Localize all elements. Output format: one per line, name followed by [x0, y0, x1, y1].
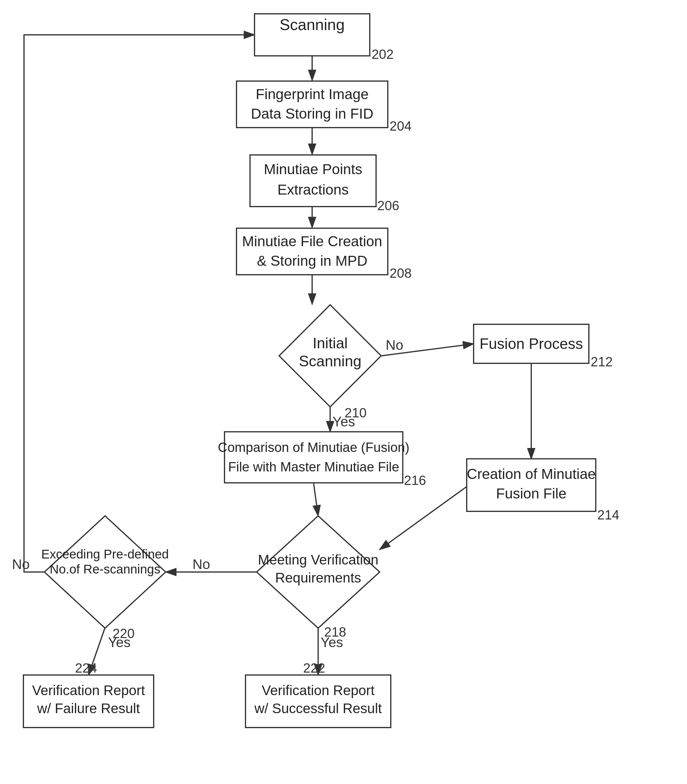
node-216-num: 216	[404, 473, 426, 488]
node-214-num: 214	[597, 507, 619, 522]
node-210-label-1: Initial	[313, 335, 348, 352]
node-214-label-1: Creation of Minutiae	[467, 466, 596, 482]
node-208-label-1: Minutiae File Creation	[242, 233, 382, 249]
node-222-label-2: w/ Successful Result	[254, 700, 382, 716]
flowchart: Scanning 202 Fingerprint Image Data Stor…	[0, 0, 687, 784]
node-206-label-1: Minutiae Points	[264, 161, 362, 177]
node-206-num: 206	[377, 198, 399, 213]
svg-rect-21	[225, 432, 403, 483]
label-no-initial: No	[386, 337, 403, 353]
node-210-label-2: Scanning	[299, 353, 362, 370]
node-204-label-1: Fingerprint Image	[256, 86, 368, 102]
node-212-num: 212	[591, 354, 613, 369]
label-yes-initial: Yes	[332, 414, 355, 429]
node-222-label-1: Verification Report	[262, 682, 375, 698]
node-224-num: 224	[75, 660, 97, 675]
node-204-label-2: Data Storing in FID	[251, 106, 373, 122]
node-220-label-1: Exceeding Pre-defined	[41, 547, 169, 561]
node-208-num: 208	[390, 266, 411, 280]
node-218-label-2: Requirements	[275, 570, 361, 586]
node-216-label-2: File with Master Minutiae File	[228, 460, 399, 474]
label-yes-meeting: Yes	[320, 634, 343, 650]
node-222-num: 222	[303, 660, 325, 675]
node-208-label-2: & Storing in MPD	[257, 253, 367, 269]
label-yes-exceeding: Yes	[108, 634, 131, 650]
node-216-label-1: Comparison of Minutiae (Fusion)	[218, 440, 409, 455]
node-220-label-2: No.of Re-scannings	[50, 562, 161, 576]
node-224-label-2: w/ Failure Result	[37, 700, 140, 716]
label-no-exceeding: No	[12, 557, 30, 572]
node-202-label: Scanning	[280, 16, 345, 33]
node-212-label: Fusion Process	[480, 335, 583, 352]
node-214-label-2: Fusion File	[496, 486, 567, 501]
node-206-label-2: Extractions	[277, 182, 348, 198]
node-202-num: 202	[371, 47, 393, 61]
node-218-label-1: Meeting Verification	[258, 552, 378, 568]
label-no-meeting: No	[192, 557, 210, 572]
node-204-num: 204	[390, 119, 411, 133]
node-224-label-1: Verification Report	[32, 682, 145, 698]
